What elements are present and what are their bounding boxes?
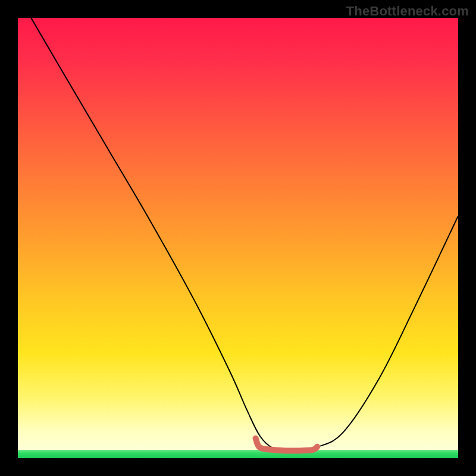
curve-layer: [18, 18, 458, 458]
chart-frame: TheBottleneck.com: [0, 0, 476, 476]
watermark-text: TheBottleneck.com: [346, 4, 469, 19]
plot-area: [18, 18, 458, 458]
bottleneck-curve: [31, 18, 458, 451]
optimal-range-highlight: [256, 439, 318, 451]
